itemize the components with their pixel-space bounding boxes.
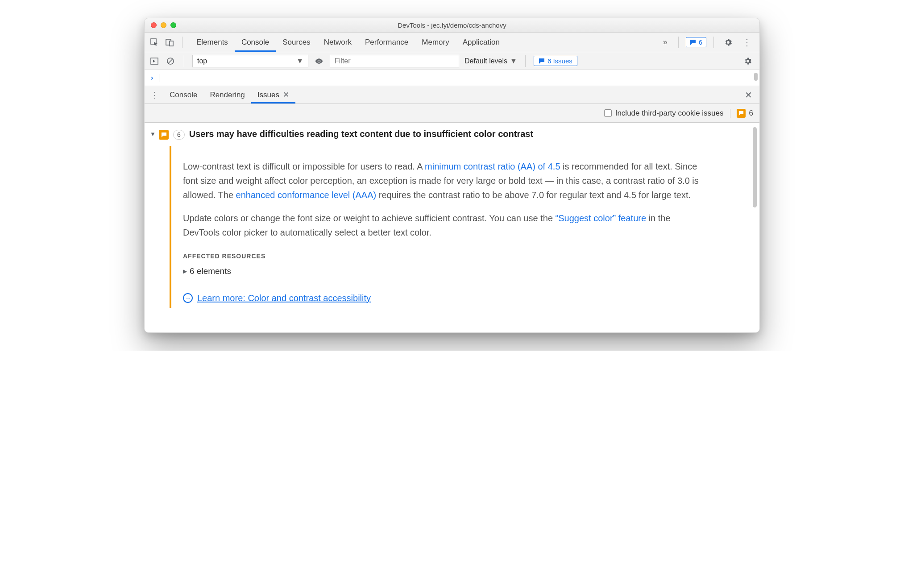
toggle-sidebar-icon[interactable] <box>149 56 160 66</box>
scrollbar-thumb[interactable] <box>754 73 758 81</box>
tab-application[interactable]: Application <box>456 33 506 52</box>
tab-console[interactable]: Console <box>235 33 276 52</box>
tab-elements[interactable]: Elements <box>190 33 235 52</box>
window-title: DevTools - jec.fyi/demo/cds-anchovy <box>145 21 759 29</box>
issue-paragraph: Update colors or change the font size or… <box>183 211 702 240</box>
issues-count: 6 <box>699 38 702 46</box>
minimize-window-button[interactable] <box>161 22 166 28</box>
log-levels-dropdown[interactable]: Default levels ▼ <box>464 57 517 65</box>
scrollbar-thumb[interactable] <box>753 127 757 207</box>
affected-resources-heading: AFFECTED RESOURCES <box>183 251 702 261</box>
checkbox-label: Include third-party cookie issues <box>615 109 724 118</box>
tab-label: Console <box>241 38 269 47</box>
tab-label: Issues <box>257 91 279 99</box>
tab-label: Elements <box>196 38 228 47</box>
svg-line-5 <box>168 59 173 63</box>
console-toolbar: top ▼ Default levels ▼ 6 Issues <box>145 52 759 70</box>
issues-counter-badge[interactable]: 6 <box>686 37 706 47</box>
svg-rect-2 <box>170 41 173 46</box>
console-input[interactable]: › <box>145 70 759 86</box>
chevron-down-icon: ▼ <box>510 57 517 65</box>
external-link-icon: → <box>183 293 193 303</box>
issues-toolbar: Include third-party cookie issues 6 <box>145 104 759 123</box>
main-tabstrip: Elements Console Sources Network Perform… <box>145 33 759 52</box>
drawer-tab-issues[interactable]: Issues ✕ <box>251 86 295 104</box>
prompt-icon: › <box>150 74 154 82</box>
warning-icon <box>737 109 746 118</box>
affected-elements-label: 6 elements <box>190 265 231 278</box>
filter-input[interactable] <box>330 55 459 67</box>
link-suggest-color[interactable]: “Suggest color” feature <box>556 213 646 223</box>
live-expression-icon[interactable] <box>314 56 324 66</box>
titlebar: DevTools - jec.fyi/demo/cds-anchovy <box>145 18 759 33</box>
include-third-party-checkbox[interactable]: Include third-party cookie issues <box>604 109 724 118</box>
close-window-button[interactable] <box>151 22 157 28</box>
drawer-tab-console[interactable]: Console <box>163 86 203 104</box>
total-issues-counter: 6 <box>730 109 753 118</box>
issue-title: Users may have difficulties reading text… <box>189 129 533 139</box>
affected-elements-row[interactable]: ▶ 6 elements <box>183 265 702 278</box>
drawer-more-icon[interactable]: ⋮ <box>146 90 163 100</box>
issues-label: 6 Issues <box>547 57 572 65</box>
drawer-tab-rendering[interactable]: Rendering <box>203 86 251 104</box>
message-icon <box>690 39 696 46</box>
issue-header[interactable]: ▼ 6 Users may have difficulties reading … <box>150 129 751 140</box>
disclosure-triangle-icon[interactable]: ▼ <box>150 129 159 137</box>
zoom-window-button[interactable] <box>170 22 176 28</box>
settings-icon[interactable] <box>721 38 735 47</box>
chevron-down-icon: ▼ <box>296 57 303 65</box>
learn-more-link[interactable]: Learn more: Color and contrast accessibi… <box>197 291 371 305</box>
tab-label: Memory <box>422 38 449 47</box>
open-issues-button[interactable]: 6 Issues <box>534 56 577 66</box>
device-toggle-icon[interactable] <box>164 37 175 48</box>
tab-label: Performance <box>365 38 408 47</box>
console-settings-icon[interactable] <box>741 57 755 66</box>
issues-panel: ▼ 6 Users may have difficulties reading … <box>145 123 759 332</box>
issues-total: 6 <box>749 109 753 118</box>
tab-memory[interactable]: Memory <box>415 33 456 52</box>
warning-icon <box>159 130 169 140</box>
link-aaa-level[interactable]: enhanced conformance level (AAA) <box>236 190 377 200</box>
tab-network[interactable]: Network <box>317 33 358 52</box>
traffic-lights <box>145 22 176 28</box>
clear-console-icon[interactable] <box>165 56 176 66</box>
drawer-tabstrip: ⋮ Console Rendering Issues ✕ ✕ <box>145 86 759 104</box>
tab-label: Console <box>170 91 197 99</box>
inspect-element-icon[interactable] <box>149 37 160 48</box>
checkbox-icon <box>604 109 612 117</box>
levels-label: Default levels <box>464 57 507 65</box>
issue-count-chip: 6 <box>173 130 185 140</box>
execution-context-dropdown[interactable]: top ▼ <box>192 55 308 67</box>
close-tab-icon[interactable]: ✕ <box>283 90 289 99</box>
tab-performance[interactable]: Performance <box>358 33 415 52</box>
disclosure-triangle-icon: ▶ <box>183 267 187 276</box>
close-drawer-icon[interactable]: ✕ <box>745 90 759 100</box>
issue-paragraph: Low-contrast text is difficult or imposs… <box>183 159 702 202</box>
tab-label: Network <box>324 38 352 47</box>
message-icon <box>539 58 545 64</box>
text-cursor <box>159 74 159 82</box>
tab-label: Rendering <box>210 91 245 99</box>
more-options-icon[interactable]: ⋮ <box>740 37 754 48</box>
link-min-contrast[interactable]: minimum contrast ratio (AA) of 4.5 <box>425 161 560 171</box>
learn-more-row: → Learn more: Color and contrast accessi… <box>183 291 702 305</box>
tab-label: Sources <box>282 38 310 47</box>
context-label: top <box>197 57 207 65</box>
tab-label: Application <box>463 38 500 47</box>
tab-sources[interactable]: Sources <box>276 33 317 52</box>
issue-body: Low-contrast text is difficult or imposs… <box>170 146 705 308</box>
more-tabs-button[interactable]: » <box>659 37 671 47</box>
devtools-window: DevTools - jec.fyi/demo/cds-anchovy Elem… <box>144 18 760 333</box>
